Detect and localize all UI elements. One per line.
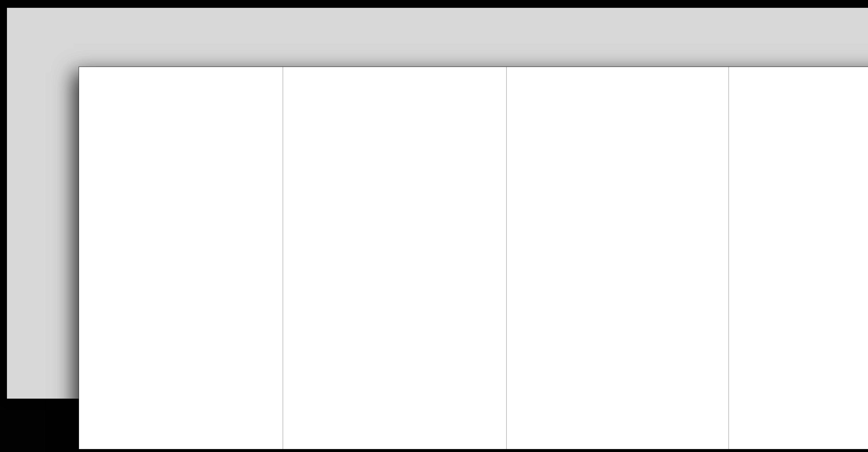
screenshot-canvas — [0, 0, 868, 452]
panel-divider-1 — [283, 67, 283, 449]
clipped-section-row — [79, 67, 868, 74]
panel-divider-2 — [506, 67, 507, 449]
panel-divider-3 — [728, 67, 729, 449]
zoomed-budget-panel — [79, 67, 868, 449]
panel-row-list — [79, 80, 868, 82]
